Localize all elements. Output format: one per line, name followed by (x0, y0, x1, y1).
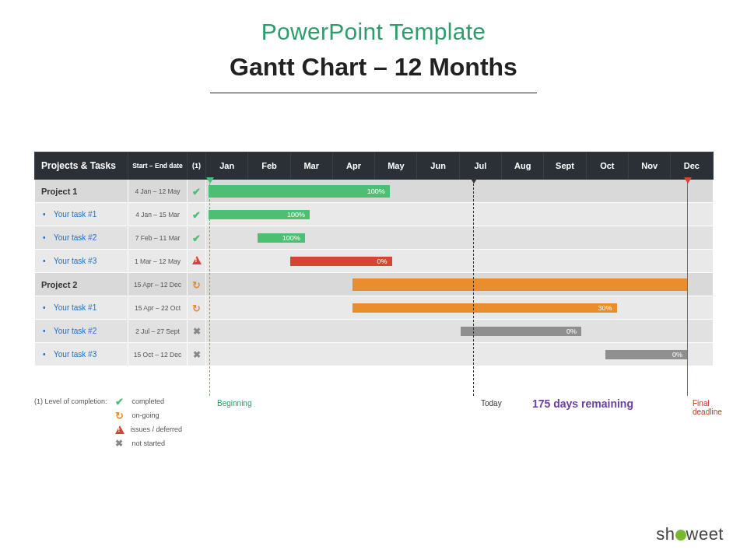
gantt-bar: 100% (209, 210, 310, 219)
check-icon: ✔ (191, 209, 202, 220)
task-row: Your task #1 4 Jan – 15 Mar ✔ 100% (35, 203, 714, 226)
legend-item-ongoing: ↻ on-going (115, 411, 183, 420)
row-dates: 15 Oct – 12 Dec (128, 343, 188, 366)
legend-item-notstarted: ✖ not started (115, 439, 183, 448)
refresh-icon: ↻ (115, 410, 126, 421)
col-header-month: Jan (206, 152, 248, 180)
row-dates: 2 Jul – 27 Sept (128, 320, 188, 343)
gantt-table: Projects & Tasks Start – End date (1) Ja… (34, 152, 714, 366)
check-icon: ✔ (191, 186, 202, 197)
gantt-bar: 0% (605, 350, 687, 359)
col-header-month: Apr (332, 152, 374, 180)
bar-percent: 100% (367, 187, 385, 195)
row-status-icon (188, 250, 206, 273)
row-dates: 7 Feb – 11 Mar (128, 226, 188, 250)
col-header-dates: Start – End date (128, 152, 188, 180)
col-header-name: Projects & Tasks (35, 152, 128, 180)
legend-label: on-going (132, 411, 160, 419)
page-title: Gantt Chart – 12 Months (0, 53, 747, 82)
logo-ball-icon (675, 530, 686, 541)
row-name: Your task #2 (35, 320, 128, 343)
row-name: Your task #2 (35, 226, 128, 250)
row-status-icon: ↻ (188, 296, 206, 320)
subtitle: PowerPoint Template (0, 19, 747, 45)
row-dates: 4 Jan – 15 Mar (128, 203, 188, 226)
legend-item-issues: issues / deferred (115, 425, 183, 434)
row-dates: 15 Apr – 22 Oct (128, 296, 188, 320)
row-dates: 1 Mar – 12 May (128, 250, 188, 273)
task-row: Your task #3 15 Oct – 12 Dec ✖ 0% (35, 343, 714, 366)
check-icon: ✔ (191, 233, 202, 243)
today-label: Today (481, 399, 502, 408)
legend-item-completed: ✔ completed (115, 397, 183, 406)
col-header-month: Feb (248, 152, 290, 180)
gantt-bar (352, 278, 687, 291)
project-row: Project 1 4 Jan – 12 May ✔ 100% (35, 180, 714, 203)
gantt-bar: 100% (209, 185, 390, 198)
bar-percent: 100% (287, 211, 305, 219)
row-name: Project 2 (35, 273, 128, 296)
row-status-icon: ✖ (188, 343, 206, 366)
col-header-month: Jul (459, 152, 501, 180)
logo-text-post: weet (686, 524, 724, 544)
legend-label: not started (132, 439, 166, 447)
task-row: Your task #2 2 Jul – 27 Sept ✖ 0% (35, 320, 714, 343)
check-icon: ✔ (115, 396, 126, 407)
row-bar-cell: 0% (206, 250, 714, 273)
refresh-icon: ↻ (191, 303, 202, 313)
row-bar-cell: 100% (206, 203, 714, 226)
row-status-icon: ✔ (188, 226, 206, 250)
gantt-bar: 100% (258, 233, 305, 243)
row-name: Your task #1 (35, 203, 128, 226)
task-row: Your task #3 1 Mar – 12 May 0% (35, 250, 714, 273)
task-row: Your task #1 15 Apr – 22 Oct ↻ 30% (35, 296, 714, 320)
col-header-month: Dec (671, 152, 713, 180)
x-icon: ✖ (191, 349, 202, 360)
col-header-month: May (375, 152, 417, 180)
showeet-logo: shweet (656, 524, 724, 544)
row-bar-cell: 30% (206, 296, 714, 320)
title-divider (210, 93, 537, 93)
gantt-header-row: Projects & Tasks Start – End date (1) Ja… (35, 152, 714, 180)
task-row: Your task #2 7 Feb – 11 Mar ✔ 100% (35, 226, 714, 250)
row-name: Your task #3 (35, 343, 128, 366)
row-bar-cell: 100% (206, 226, 714, 250)
x-icon: ✖ (115, 438, 126, 449)
col-header-status: (1) (188, 152, 206, 180)
legend: (1) Level of completion: ✔ completed ↻ o… (34, 397, 182, 448)
row-bar-cell (206, 273, 714, 296)
row-bar-cell: 0% (206, 343, 714, 366)
refresh-icon: ↻ (191, 279, 202, 290)
gantt-bar: 30% (352, 303, 617, 313)
row-name: Your task #3 (35, 250, 128, 273)
legend-title: (1) Level of completion: (34, 397, 107, 405)
row-dates: 15 Apr – 12 Dec (128, 273, 188, 296)
beginning-label: Beginning (217, 399, 251, 408)
project-row: Project 2 15 Apr – 12 Dec ↻ (35, 273, 714, 296)
bar-percent: 0% (672, 351, 682, 359)
warning-icon (115, 425, 124, 434)
col-header-month: Mar (290, 152, 332, 180)
row-name: Project 1 (35, 180, 128, 203)
col-header-month: Sept (544, 152, 586, 180)
legend-label: completed (132, 397, 165, 405)
row-bar-cell: 100% (206, 180, 714, 203)
days-remaining: 175 days remaining (532, 397, 633, 410)
logo-text-pre: sh (656, 524, 675, 544)
row-status-icon: ✔ (188, 203, 206, 226)
bar-percent: 0% (566, 327, 577, 335)
bar-percent: 100% (282, 234, 300, 242)
gantt-bar: 0% (290, 257, 391, 266)
row-dates: 4 Jan – 12 May (128, 180, 188, 203)
warning-icon (192, 256, 202, 264)
col-header-month: Nov (628, 152, 670, 180)
row-bar-cell: 0% (206, 320, 714, 343)
row-status-icon: ✖ (188, 320, 206, 343)
final-deadline-label: Final deadline (693, 399, 722, 416)
col-header-month: Aug (502, 152, 544, 180)
bar-percent: 0% (377, 257, 388, 265)
row-status-icon: ✔ (188, 180, 206, 203)
gantt-bar: 0% (461, 327, 581, 336)
col-header-month: Jun (417, 152, 459, 180)
x-icon: ✖ (191, 326, 202, 337)
